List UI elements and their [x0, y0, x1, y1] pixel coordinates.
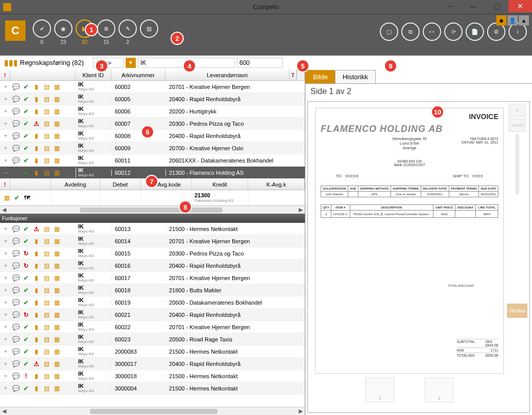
table-row[interactable]: +💬✔▮▤▦IKIkkyu AS6000220701 - Kreative Hj…: [0, 81, 305, 93]
check-icon[interactable]: ✔: [21, 384, 31, 393]
plus-icon[interactable]: +: [1, 322, 10, 332]
table-row[interactable]: +💬↻▮▤▦IKIkkyu AS6002120400 - Rapid Renho…: [0, 309, 305, 321]
plus-icon[interactable]: +: [1, 310, 10, 319]
sub-row[interactable]: ▦ ✔ 🗺 21300 Flamenco Holding AS: [0, 190, 305, 205]
plus-icon[interactable]: +: [1, 335, 10, 344]
plus-icon[interactable]: +: [1, 286, 10, 295]
tab-bilde[interactable]: Bilde: [305, 70, 335, 83]
top-note-icon[interactable]: ✎2: [118, 19, 137, 38]
chat-icon[interactable]: 💬: [11, 224, 20, 234]
chat-icon[interactable]: 💬: [11, 261, 20, 270]
badge2-icon[interactable]: ▦: [52, 107, 61, 116]
badge2-icon[interactable]: ▦: [52, 322, 61, 332]
check-icon[interactable]: ✔: [21, 95, 31, 104]
badge2-icon[interactable]: ▦: [52, 273, 61, 283]
check-icon[interactable]: ✔: [21, 156, 31, 165]
hdr-copy-icon[interactable]: ⧉: [401, 22, 420, 41]
chat-icon[interactable]: 💬: [11, 322, 20, 332]
badge2-icon[interactable]: ▦: [52, 310, 61, 319]
doc-icon[interactable]: ▮: [32, 310, 41, 319]
chat-icon[interactable]: 💬: [11, 372, 20, 381]
plus-icon[interactable]: +: [1, 224, 10, 234]
check-icon[interactable]: ✔: [21, 298, 31, 307]
plus-icon[interactable]: +: [1, 261, 10, 270]
plus-icon[interactable]: +: [1, 298, 10, 307]
zoom-slider[interactable]: [515, 133, 519, 195]
badge-icon[interactable]: ▤: [42, 237, 51, 246]
doc-icon[interactable]: ▮: [32, 82, 41, 91]
subrow-map-icon[interactable]: 🗺: [22, 193, 32, 202]
doc-icon[interactable]: ▮: [32, 156, 41, 165]
doc-icon[interactable]: ▮: [32, 261, 41, 270]
badge2-icon[interactable]: ▦: [52, 347, 61, 356]
plus-icon[interactable]: +: [1, 347, 10, 356]
plus-icon[interactable]: +: [1, 249, 10, 258]
subrow-check-icon[interactable]: ✔: [12, 193, 21, 202]
plus-icon[interactable]: +: [1, 156, 10, 165]
table-row[interactable]: +💬✔▮▤▦IKIkkyu AS6000920700 - Kreative Hj…: [0, 142, 305, 154]
badge-icon[interactable]: ▤: [42, 286, 51, 295]
badge2-icon[interactable]: ▦: [52, 372, 61, 381]
doc-icon[interactable]: ▮: [32, 298, 41, 307]
badge-icon[interactable]: ▤: [42, 384, 51, 393]
table-row[interactable]: +💬✔▮▤▦IKIkkyu AS6001720701 - Kreative Hj…: [0, 272, 305, 284]
table-row[interactable]: +💬✔▮▤▦IKIkkyu AS6001120601XXX - Datakame…: [0, 154, 305, 167]
check-icon[interactable]: ✔: [21, 347, 31, 356]
archive-filter-input[interactable]: [237, 58, 283, 68]
warn-icon[interactable]: ⚠: [32, 119, 41, 128]
plus-icon[interactable]: +: [1, 384, 10, 393]
badge-icon[interactable]: ▤: [42, 119, 51, 128]
plus-icon[interactable]: +: [1, 82, 10, 91]
doc-icon[interactable]: ▮: [32, 286, 41, 295]
check-icon[interactable]: ✔: [21, 237, 31, 246]
chat-icon[interactable]: 💬: [11, 249, 20, 258]
badge-icon[interactable]: ▤: [42, 359, 51, 368]
check-icon[interactable]: ✔: [21, 286, 31, 295]
hdr-refresh-icon[interactable]: ⟳: [444, 22, 463, 41]
tilbakes-button[interactable]: Tilbakes: [507, 304, 527, 318]
badge-icon[interactable]: ▤: [42, 347, 51, 356]
check-icon[interactable]: ✔: [21, 224, 31, 234]
badge-icon[interactable]: ▤: [42, 156, 51, 165]
badge2-icon[interactable]: ▦: [52, 168, 61, 177]
check-icon[interactable]: ✔: [21, 144, 31, 153]
arrows-button[interactable]: ↔: [438, 0, 462, 12]
user-icon[interactable]: 👤: [507, 15, 518, 26]
col-archive[interactable]: Arkivnummer: [111, 70, 165, 80]
plus-icon[interactable]: +: [1, 237, 10, 246]
table-row[interactable]: +💬✔▮▤▦IKIkkyu AS6001420701 - Kreative Hj…: [0, 235, 305, 247]
chat-icon[interactable]: 💬: [11, 273, 20, 283]
badge2-icon[interactable]: ▦: [52, 249, 61, 258]
funksjoner-bar[interactable]: Funksjoner: [0, 214, 305, 223]
badge2-icon[interactable]: ▦: [52, 359, 61, 368]
doc-icon[interactable]: ▮: [32, 322, 41, 332]
check-icon[interactable]: ✔: [21, 273, 31, 283]
table-row[interactable]: +💬✔⚠▤▦IKIkkyu AS300001720400 - Rapid Ren…: [0, 358, 305, 370]
table-row[interactable]: +💬✔▮▤▦IKIkkyu AS6000620200 - Hurtigtrykk: [0, 105, 305, 118]
badge2-icon[interactable]: ▦: [52, 119, 61, 128]
table-row[interactable]: +💬↻▮▤▦IKIkkyu AS6001520300 - Pedros Pizz…: [0, 247, 305, 260]
combo-dropdown-icon[interactable]: ▾: [126, 58, 136, 68]
doc-icon[interactable]: ▮: [32, 107, 41, 116]
hdr-window-icon[interactable]: ▢: [380, 22, 398, 41]
check-icon[interactable]: ✔: [21, 107, 31, 116]
badge-icon[interactable]: ▤: [42, 261, 51, 270]
badge-icon[interactable]: ▤: [42, 298, 51, 307]
badge2-icon[interactable]: ▦: [52, 335, 61, 344]
table-row[interactable]: +💬↻▮▤▦IKIkkyu AS6001620400 - Rapid Renho…: [0, 260, 305, 272]
minimize-button[interactable]: —: [462, 0, 485, 12]
check-icon[interactable]: ✔: [21, 131, 31, 141]
chat-icon[interactable]: 💬: [11, 82, 20, 91]
check-icon[interactable]: ✔: [21, 168, 31, 177]
badge2-icon[interactable]: ▦: [52, 224, 61, 234]
top-doc-icon[interactable]: 🗎15: [97, 19, 115, 38]
sub-col-kavg[interactable]: K-Avg.k: [248, 179, 305, 190]
sub-col-flag[interactable]: !: [0, 179, 10, 190]
chat-icon[interactable]: 💬: [11, 286, 20, 295]
restore-button[interactable]: ▢: [485, 0, 509, 12]
plus-icon[interactable]: +: [1, 119, 10, 128]
col-flag[interactable]: !: [0, 70, 10, 80]
table-row[interactable]: +💬✔▮▤▦IKIkkyu AS6001821800 - Butts Møble…: [0, 284, 305, 296]
close-button[interactable]: ✕: [509, 0, 532, 12]
chat-icon[interactable]: 💬: [11, 131, 20, 141]
